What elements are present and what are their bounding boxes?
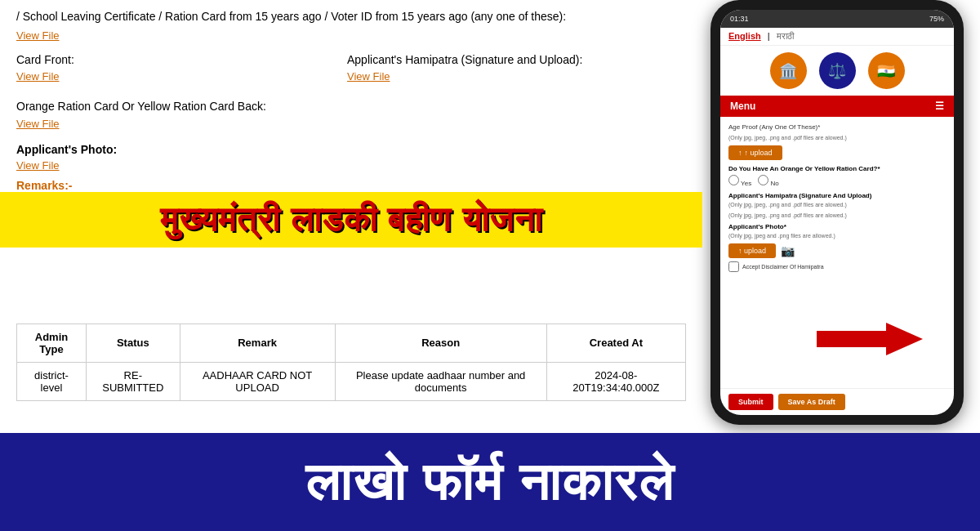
phone-content: Age Proof (Any One Of These)* (Only jpg,… bbox=[720, 117, 954, 388]
doc-item-card-front: Card Front: View File bbox=[16, 48, 339, 87]
radio-yes-label[interactable]: Yes bbox=[728, 175, 751, 187]
admin-table: AdminType Status Remark Reason Created A… bbox=[16, 324, 686, 401]
view-file-link-1[interactable]: View File bbox=[16, 28, 670, 44]
phone-screen: 01:31 75% English | मराठी 🏛️ ⚖️ 🇮🇳 bbox=[720, 10, 954, 415]
top-doc-text: / School Leaving Certificate / Ration Ca… bbox=[16, 8, 670, 44]
phone-mockup: 01:31 75% English | मराठी 🏛️ ⚖️ 🇮🇳 bbox=[694, 0, 980, 433]
cell-admin-type: district-level bbox=[17, 362, 87, 400]
card-front-link[interactable]: View File bbox=[16, 70, 339, 83]
phone-menu-bar: Menu ☰ bbox=[720, 96, 954, 117]
phone-hamipatra-note: (Only jpg, jpeg, .png and .pdf files are… bbox=[728, 202, 946, 207]
photo-label: Applicant's Photo: bbox=[16, 143, 117, 156]
phone-submit-button[interactable]: Submit bbox=[728, 394, 773, 410]
col-status: Status bbox=[86, 324, 180, 362]
phone-upload-button-2[interactable]: ↑ upload bbox=[728, 243, 776, 258]
phone-content-text-1: Age Proof (Any One Of These)* bbox=[728, 123, 946, 132]
blue-banner-text: लाखो फॉर्म नाकारले bbox=[305, 452, 675, 513]
phone-photo-label: Applicant's Photo* bbox=[728, 223, 946, 230]
phone-icon-gov: 🇮🇳 bbox=[868, 52, 905, 89]
blue-banner: लाखो फॉर्म नाकारले bbox=[0, 433, 980, 531]
phone-time: 01:31 bbox=[730, 15, 749, 23]
phone-hamipatra-note2: (Only jpg, jpeg, .png and .pdf files are… bbox=[728, 212, 946, 218]
card-front-label: Card Front: bbox=[16, 53, 74, 66]
phone-photo-note: (Only jpg, jpeg and .png files are allow… bbox=[728, 233, 946, 239]
col-admin-type: AdminType bbox=[17, 324, 87, 362]
phone-radio-group: Yes No bbox=[728, 175, 946, 187]
table-section: AdminType Status Remark Reason Created A… bbox=[16, 324, 686, 401]
phone-outer: 01:31 75% English | मराठी 🏛️ ⚖️ 🇮🇳 bbox=[710, 0, 964, 425]
hamipatra-link[interactable]: View File bbox=[347, 70, 670, 83]
table-row: district-level RE-SUBMITTED AADHAAR CARD… bbox=[17, 362, 686, 400]
phone-lang-bar: English | मराठी bbox=[720, 28, 954, 46]
photo-link[interactable]: View File bbox=[16, 159, 670, 172]
upload-icon-1: ↑ bbox=[738, 149, 742, 157]
remarks-label: Remarks:- bbox=[16, 179, 72, 192]
col-remark: Remark bbox=[180, 324, 335, 362]
yellow-banner-text: मुख्यमंत्री लाडकी बहीण योजना bbox=[160, 200, 542, 239]
phone-status-bar: 01:31 75% bbox=[720, 10, 954, 28]
doc-item-orange-ration: Orange Ration Card Or Yellow Ration Card… bbox=[16, 95, 339, 134]
cell-status: RE-SUBMITTED bbox=[86, 362, 180, 400]
phone-icon-emblem: ⚖️ bbox=[819, 52, 856, 89]
hamipatra-label: Applicant's Hamipatra (Signature and Upl… bbox=[347, 53, 582, 66]
radio-yes[interactable] bbox=[728, 175, 739, 185]
orange-ration-link[interactable]: View File bbox=[16, 118, 339, 130]
cell-remark: AADHAAR CARD NOT UPLOAD bbox=[180, 362, 335, 400]
remarks-section: Remarks:- bbox=[16, 178, 670, 193]
phone-checkbox-row: Accept Disclaimer Of Hamipatra bbox=[728, 261, 946, 272]
radio-no[interactable] bbox=[758, 175, 768, 185]
phone-draft-button[interactable]: Save As Draft bbox=[778, 394, 845, 410]
lang-english[interactable]: English bbox=[728, 31, 761, 42]
camera-icon[interactable]: 📷 bbox=[781, 244, 795, 257]
radio-no-label[interactable]: No bbox=[758, 175, 778, 187]
doc-grid: Card Front: View File Applicant's Hamipa… bbox=[16, 48, 670, 134]
phone-icon-maharashtra: 🏛️ bbox=[770, 52, 807, 89]
phone-header-icons: 🏛️ ⚖️ 🇮🇳 bbox=[720, 46, 954, 96]
phone-question-1: Do You Have An Orange Or Yellow Ration C… bbox=[728, 165, 946, 172]
disclaimer-checkbox[interactable] bbox=[728, 261, 739, 272]
lang-marathi[interactable]: मराठी bbox=[777, 31, 794, 42]
phone-menu-label: Menu bbox=[730, 100, 755, 112]
phone-bottom-buttons: Submit Save As Draft bbox=[720, 388, 954, 415]
phone-battery: 75% bbox=[929, 15, 944, 23]
main-container: / School Leaving Certificate / Ration Ca… bbox=[0, 0, 980, 531]
yellow-banner: मुख्यमंत्री लाडकी बहीण योजना bbox=[0, 192, 702, 248]
orange-ration-label: Orange Ration Card Or Yellow Ration Card… bbox=[16, 100, 266, 113]
phone-upload-button-1[interactable]: ↑ ↑ upload bbox=[728, 145, 782, 160]
cell-created-at: 2024-08-20T19:34:40.000Z bbox=[546, 362, 685, 400]
hamburger-icon[interactable]: ☰ bbox=[935, 100, 944, 112]
cell-reason: Please update aadhaar number and documen… bbox=[335, 362, 546, 400]
doc-item-hamipatra: Applicant's Hamipatra (Signature and Upl… bbox=[347, 48, 670, 87]
col-reason: Reason bbox=[335, 324, 546, 362]
top-doc-description: / School Leaving Certificate / Ration Ca… bbox=[16, 10, 566, 23]
col-created-at: Created At bbox=[546, 324, 685, 362]
phone-hamipatra-label: Applicant's Hamipatra (Signature And Upl… bbox=[728, 192, 946, 199]
phone-content-small-1: (Only jpg, jpeg, .png and .pdf files are… bbox=[728, 135, 946, 141]
photo-section: Applicant's Photo: View File bbox=[16, 142, 670, 172]
disclaimer-label: Accept Disclaimer Of Hamipatra bbox=[742, 264, 824, 270]
